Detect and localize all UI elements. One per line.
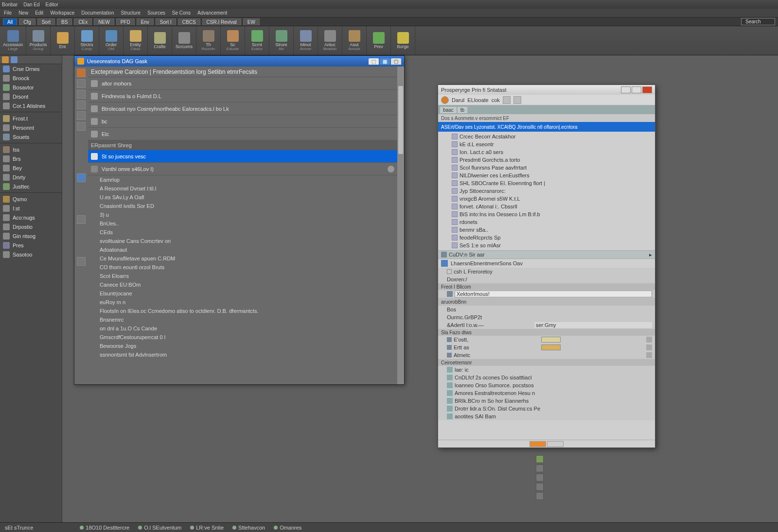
browser-detail-row[interactable]: Bnsnemrc (88, 315, 397, 324)
sidebar-item[interactable]: Broock (0, 73, 62, 83)
status-item[interactable]: O.l SEutventum (138, 525, 181, 531)
subheader-expand-icon[interactable]: ▸ (649, 252, 652, 258)
browser-detail-row[interactable]: ssnnontsmt fst Advlnsertrom (88, 350, 397, 359)
tree-row[interactable]: Crcec Becorr Acstakhor (438, 133, 655, 140)
ribbon-button[interactable]: ScrntEvator (245, 26, 269, 55)
tree-row[interactable]: NlLDlwenier ces LenEustflers (438, 172, 655, 179)
close-button[interactable] (642, 86, 652, 93)
browser-detail-row[interactable]: 3) u (88, 210, 397, 219)
property-row[interactable]: Bos (438, 306, 655, 313)
dialog-selected-row[interactable]: ASErt/Dav ses Lyzonatst. XCAIBQ Jtronsil… (438, 122, 655, 132)
property-row[interactable]: aootites SAI Bam (438, 412, 655, 420)
browser-row[interactable]: Elc (88, 128, 397, 140)
tree-row[interactable]: kE d.L eseontr (438, 140, 655, 148)
checkbox-icon[interactable] (447, 269, 452, 274)
sidebar-item[interactable]: Drsont (0, 92, 62, 101)
browser-row[interactable]: Btrolecast nyo Cosreyhnortheabc Ealoreca… (88, 103, 397, 115)
menu-item[interactable]: Workspace (50, 10, 74, 16)
ribbon-tab[interactable]: Cfg (19, 18, 35, 25)
ribbon-button[interactable]: Ent (51, 26, 75, 55)
tree-row[interactable]: feodeRIcprcts Sp (438, 234, 655, 241)
browser-row[interactable]: altor mohors (88, 77, 397, 90)
ribbon-button[interactable]: Scrcoms (172, 26, 196, 55)
toolbar-label[interactable]: cok (492, 97, 500, 103)
ribbon-button[interactable]: StrctrsComp (75, 26, 99, 55)
dialog-tool-icon[interactable] (441, 96, 449, 104)
status-item[interactable]: Omanres (274, 525, 301, 531)
status-button[interactable] (530, 441, 546, 447)
dialog-subheader[interactable]: CuDV:n Sir aar ▸ (438, 250, 655, 259)
browser-tool-icon[interactable] (77, 122, 86, 131)
tree-row[interactable]: rdonets (438, 218, 655, 226)
sidebar-item[interactable]: Qsmo (0, 194, 62, 204)
ribbon-tab[interactable]: CEx (74, 18, 92, 25)
ribbon-tab[interactable]: Env (137, 18, 154, 25)
property-row[interactable]: Ertt as (438, 343, 655, 351)
ribbon-button[interactable]: StroreAtv (269, 26, 294, 55)
browser-tool-icon[interactable] (77, 69, 86, 77)
tree-row[interactable]: vnxgcB Arornei s5W K.t.L (438, 195, 655, 203)
property-row[interactable]: Amores Eestraltreotcenon Hesu n (438, 389, 655, 397)
tree-row[interactable]: Jyp Sttoecransrorc: (438, 187, 655, 195)
browser-detail-row[interactable]: euRoy m n (88, 298, 397, 307)
viewport-tool-icon[interactable] (536, 483, 544, 491)
sidebar-item[interactable]: Sasotoo (0, 250, 62, 259)
ribbon-tab[interactable]: CBCS (178, 18, 200, 25)
browser-detail-header[interactable]: Vsnthl omre s46Lov I) (88, 163, 397, 175)
sidebar-item[interactable]: Crse Drnes (0, 64, 62, 73)
sidebar-item[interactable]: Bosavtor (0, 83, 62, 92)
browser-detail-row[interactable]: BnUes.. (88, 219, 397, 228)
property-row[interactable]: Ourmc.GrBP2t (438, 313, 655, 321)
browser-tab[interactable]: ▢ (391, 58, 401, 65)
browser-detail-row[interactable]: Adoatonaut (88, 245, 397, 254)
sidebar-item[interactable]: Bey (0, 163, 62, 172)
property-row[interactable]: CnDLfcf 2s ocones Do sisatttiacl (438, 374, 655, 381)
property-row[interactable]: BRIk.BCro m So hor Eiannerhs (438, 397, 655, 405)
menu-item[interactable]: Sources (147, 10, 165, 16)
toolbar-label[interactable]: ELlooate (467, 97, 488, 103)
tree-row[interactable]: SeS 1:e so mlAsr (438, 241, 655, 249)
browser-tool-icon[interactable] (77, 215, 86, 224)
sidebar-item[interactable]: Frost.t (0, 114, 62, 123)
dialog-tab-menu-icon[interactable] (646, 106, 653, 113)
browser-tool-icon[interactable] (77, 111, 86, 120)
property-row[interactable]: lae: ic (438, 366, 655, 374)
ribbon-tab[interactable]: CSR.I Revival (202, 18, 241, 25)
sidebar-item[interactable]: Gin ntsog (0, 231, 62, 240)
sidebar-item[interactable]: I:st (0, 204, 62, 213)
browser-detail-row[interactable]: Elsuntrjocane (88, 289, 397, 298)
menu-item[interactable]: File (4, 10, 12, 16)
sidebar-item[interactable]: Iss (0, 145, 62, 154)
property-row[interactable]: Drotrr lidr.a S:On. Dist Ceums:cs Pe (438, 405, 655, 412)
viewport-tool-icon[interactable] (536, 464, 544, 472)
dialog-tool-icon[interactable] (513, 96, 521, 104)
property-button-icon[interactable] (646, 344, 652, 350)
ribbon-tab[interactable]: BS (57, 18, 72, 25)
menu-item[interactable]: Structure (121, 10, 141, 16)
property-row[interactable]: Atmetc (438, 351, 655, 359)
dialog-titlebar[interactable]: Prosperyrge Prin fi Sntatast (438, 85, 655, 95)
browser-detail-row[interactable]: Eamrlop (88, 175, 397, 184)
browser-detail-row[interactable]: on dnl a 1u.O Cs Cande (88, 324, 397, 333)
ribbon-button[interactable]: ProductsGroup (26, 26, 51, 55)
browser-row[interactable]: Findrevos la o Fulmd D.L (88, 90, 397, 103)
browser-detail-row[interactable]: Ce Mvuraflletave apuen C.RDM (88, 254, 397, 263)
property-row[interactable]: loanneo Orso Sumorce. pocstsos (438, 381, 655, 389)
browser-detail-row[interactable]: svoiltuaine Cans Comcrtev on (88, 237, 397, 245)
minimize-button[interactable] (621, 86, 631, 93)
browser-tab[interactable]: ⬚ (369, 58, 379, 65)
menu-item[interactable]: Documentation (81, 10, 114, 16)
ribbon-tab[interactable]: EW (243, 18, 260, 25)
dialog-tab[interactable]: tb (458, 107, 467, 113)
sidebar-item[interactable]: Brs (0, 154, 62, 163)
browser-detail-row[interactable]: Bewoorse Jogs (88, 342, 397, 350)
browser-scrollbar[interactable] (397, 67, 404, 384)
ribbon-button[interactable]: AsutAmock (342, 26, 367, 55)
status-item[interactable]: 18O10 Destttercre (80, 525, 129, 531)
ribbon-button[interactable]: OrderOM (99, 26, 124, 55)
browser-row-selected[interactable]: St so juecsns vesc (88, 150, 397, 163)
tree-row[interactable]: BiS into:Ins ins Oesseco Lm B:if.b (438, 210, 655, 218)
viewport-tool-icon[interactable] (536, 492, 544, 500)
menu-item[interactable]: Edit (35, 10, 43, 16)
ribbon-tab[interactable]: Sort I (156, 18, 176, 25)
